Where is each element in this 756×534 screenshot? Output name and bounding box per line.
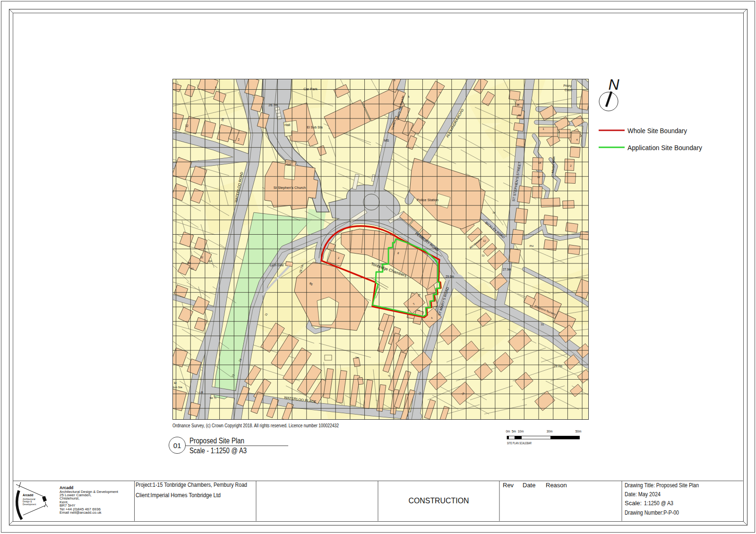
svg-text:Rev: Rev [503,482,514,489]
svg-text:14: 14 [492,211,496,214]
svg-text:59: 59 [188,262,190,264]
svg-text:Architectural: Architectural [23,498,35,500]
svg-text:29.7m: 29.7m [554,364,562,368]
svg-text:Wr Tr: Wr Tr [210,397,217,399]
svg-text:Hall: Hall [284,123,291,127]
svg-text:36: 36 [518,114,521,117]
svg-text:El: El [174,381,176,384]
svg-text:1a: 1a [355,356,359,359]
svg-text:El Sub Sta: El Sub Sta [307,126,322,129]
svg-text:62: 62 [200,256,203,259]
svg-text:St Stephen's Church: St Stephen's Church [274,186,306,190]
svg-text:12: 12 [537,176,540,178]
svg-text:Court: Court [565,88,572,92]
svg-text:Scale:: Scale: [625,500,642,507]
svg-text:10m: 10m [518,430,524,433]
svg-text:5m: 5m [512,430,516,433]
svg-text:CONSTRUCTION: CONSTRUCTION [409,496,469,505]
svg-text:Lych Gate: Lych Gate [270,263,284,267]
svg-text:50m: 50m [576,430,582,433]
svg-text:Hall: Hall [285,163,292,166]
svg-text:64: 64 [209,260,212,263]
svg-text:Date: May 2024: Date: May 2024 [625,491,661,498]
svg-text:Drawing Title: Proposed Site P: Drawing Title: Proposed Site Plan [625,482,699,489]
svg-text:Date: Date [523,482,535,489]
svg-text:Police Station: Police Station [417,198,438,202]
svg-text:Drawing Number:P-P-00: Drawing Number:P-P-00 [625,509,679,516]
svg-text:30m: 30m [547,430,553,433]
svg-text:26.7m: 26.7m [268,103,278,107]
svg-text:Ordnance Survey, (c) Crown Cop: Ordnance Survey, (c) Crown Copyright 201… [172,423,339,428]
svg-text:Scale - 1:1250 @ A3: Scale - 1:1250 @ A3 [189,447,247,455]
svg-text:SITE PLAN SCALEBAR: SITE PLAN SCALEBAR [507,441,532,445]
svg-text:Car Park: Car Park [303,87,318,91]
svg-text:LB: LB [199,391,203,394]
svg-text:12: 12 [483,239,486,243]
svg-text:Application Site Boundary: Application Site Boundary [627,144,703,152]
svg-text:N: N [608,76,619,93]
svg-text:Whole Site Boundary: Whole Site Boundary [627,127,687,135]
svg-text:3: 3 [558,130,559,133]
svg-text:Proposed Site Plan: Proposed Site Plan [189,436,244,445]
svg-text:12: 12 [185,124,189,127]
svg-text:38: 38 [516,103,519,106]
svg-text:31: 31 [541,323,544,326]
svg-text:Reason: Reason [546,482,567,489]
svg-text:0m: 0m [506,430,510,433]
svg-text:Email neil@arcadd.co.uk: Email neil@arcadd.co.uk [60,510,102,515]
svg-text:PH: PH [530,245,533,247]
svg-text:14: 14 [538,161,541,164]
svg-text:4: 4 [576,138,577,141]
svg-text:1: 1 [542,127,544,130]
svg-text:13: 13 [481,254,485,257]
svg-text:Development: Development [23,503,36,506]
svg-text:5: 5 [408,95,409,98]
svg-text:2: 2 [238,138,240,141]
svg-text:1:1250 @ A3: 1:1250 @ A3 [644,500,673,507]
svg-text:29.6m: 29.6m [446,275,454,278]
svg-text:61: 61 [191,267,194,270]
svg-text:01: 01 [173,441,181,449]
svg-text:Design &: Design & [23,500,32,503]
svg-text:Priory: Priory [564,84,572,88]
svg-text:MS: MS [384,139,389,142]
svg-text:2: 2 [570,164,571,167]
svg-text:Project:1-15 Tonbridge Chamber: Project:1-15 Tonbridge Chambers, Pembury… [136,481,247,488]
svg-text:27.9m: 27.9m [503,268,511,271]
svg-text:Client:Imperial Homes Tonbridg: Client:Imperial Homes Tonbridge Ltd [136,492,221,499]
svg-text:Arcadd: Arcadd [23,493,33,497]
svg-text:Sub Sta: Sub Sta [172,386,182,389]
